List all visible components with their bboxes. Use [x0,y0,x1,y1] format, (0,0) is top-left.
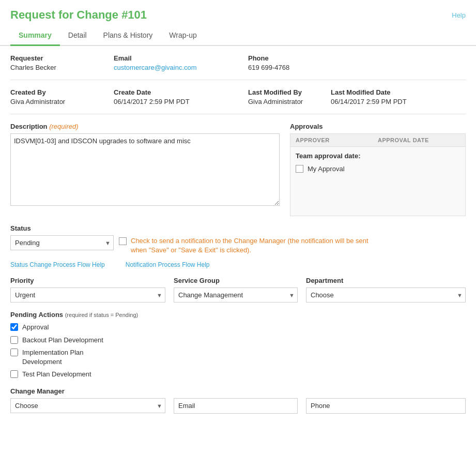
my-approval-checkbox[interactable] [296,165,303,173]
approval-date-col-header: APPROVAL DATE [378,137,460,143]
notification-wrapper: Check to send a notification to the Chan… [119,236,368,255]
pending-checkbox-3[interactable] [10,370,18,378]
created-by-cell: Created By Giva Administrator [10,88,114,105]
last-modified-date-cell: Last Modified Date 06/14/2017 2:59 PM PD… [331,88,466,105]
requester-cell: Requester Charles Becker [10,54,114,71]
change-manager-phone-group: Phone [306,398,466,414]
empty-cell [331,54,466,71]
flow-links: Status Change Process Flow Help Notifica… [10,261,466,268]
email-label: Email [114,54,242,62]
department-label: Department [306,277,466,284]
pending-actions: Pending Actions (required if status = Pe… [10,311,466,379]
description-textarea[interactable]: IDSVM[01-03] and IDSCON upgrades to soft… [10,133,280,206]
info-grid-row2: Created By Giva Administrator Create Dat… [10,88,466,105]
phone-cell: Phone 619 699-4768 [248,54,331,71]
requester-value: Charles Becker [10,64,108,71]
last-modified-by-value: Giva Administrator [248,98,325,105]
description-label: Description (required) [10,123,280,130]
team-approval-date-label: Team approval date: [296,152,460,160]
tab-bar: Summary Detail Plans & History Wrap-up [0,26,476,46]
notification-text: Check to send a notification to the Chan… [131,236,368,255]
approvals-section: Approvals APPROVER APPROVAL DATE Team ap… [290,123,466,216]
approvals-label: Approvals [290,123,466,130]
change-manager-choose-group: Choose ▼ [10,398,165,414]
tab-summary[interactable]: Summary [10,26,60,46]
status-label: Status [10,224,466,232]
approver-col-header: APPROVER [296,137,378,143]
pending-item-label-1: Backout Plan Development [22,336,103,345]
service-group-label: Service Group [174,277,298,284]
page-header: Request for Change #101 Help [0,0,476,22]
change-manager-phone: Phone [306,398,466,414]
priority-label: Priority [10,277,165,284]
service-group-select-wrapper: Change Management IT HR ▼ [174,287,298,302]
pending-item-label-0: Approval [22,323,49,332]
change-manager-fields: Choose ▼ Email Phone [10,398,466,414]
email-value: customercare@givainc.com [114,64,242,71]
tab-detail[interactable]: Detail [60,26,95,46]
last-modified-date-value: 06/14/2017 2:59 PM PDT [331,98,459,105]
divider1 [10,80,466,80]
pending-actions-note: (required if status = Pending) [65,312,139,318]
status-row: Pending Approved In Progress Completed C… [10,235,466,255]
service-group-group: Service Group Change Management IT HR ▼ [174,277,298,302]
status-select-wrapper: Pending Approved In Progress Completed C… [10,235,114,250]
info-grid-row1: Requester Charles Becker Email customerc… [10,54,466,71]
approvals-header: APPROVER APPROVAL DATE [290,134,465,147]
pending-actions-label: Pending Actions (required if status = Pe… [10,311,466,319]
last-modified-by-label: Last Modified By [248,88,325,96]
pending-item-1: Backout Plan Development [10,336,466,345]
change-manager-email-group: Email [174,398,298,414]
change-manager-select-wrapper: Choose ▼ [10,398,165,413]
last-modified-date-label: Last Modified Date [331,88,459,96]
page-title: Request for Change #101 [10,8,147,22]
email-cell: Email customercare@givainc.com [114,54,248,71]
tab-plans-history[interactable]: Plans & History [95,26,161,46]
change-manager-label: Change Manager [10,387,466,395]
change-manager-section: Change Manager Choose ▼ Email Phone [10,387,466,414]
pending-checkbox-1[interactable] [10,336,18,344]
phone-label: Phone [248,54,325,62]
description-required: (required) [49,123,78,130]
pending-item-label-3: Test Plan Development [22,370,91,379]
description-approvals-row: Description (required) IDSVM[01-03] and … [10,123,466,216]
approvals-box: APPROVER APPROVAL DATE Team approval dat… [290,133,466,216]
notification-checkbox[interactable] [119,237,127,245]
divider2 [10,114,466,114]
tab-wrapup[interactable]: Wrap-up [161,26,205,46]
main-content: Requester Charles Becker Email customerc… [0,46,476,422]
department-group: Department Choose Engineering Finance HR… [306,277,466,302]
status-select[interactable]: Pending Approved In Progress Completed C… [10,235,114,250]
status-section: Status Pending Approved In Progress Comp… [10,224,466,255]
help-link[interactable]: Help [452,11,466,19]
pending-item-0: Approval [10,323,466,332]
last-modified-by-cell: Last Modified By Giva Administrator [248,88,331,105]
phone-value: 619 699-4768 [248,64,325,71]
priority-service-dept-row: Priority Urgent High Medium Low ▼ Servic… [10,277,466,302]
my-approval-label: My Approval [308,165,345,173]
priority-group: Priority Urgent High Medium Low ▼ [10,277,165,302]
create-date-label: Create Date [114,88,242,96]
create-date-value: 06/14/2017 2:59 PM PDT [114,98,242,105]
pending-checkbox-2[interactable] [10,349,18,356]
status-change-flow-link[interactable]: Status Change Process Flow Help [10,261,105,268]
change-manager-select[interactable]: Choose [10,398,165,413]
requester-label: Requester [10,54,108,62]
description-section: Description (required) IDSVM[01-03] and … [10,123,280,216]
create-date-cell: Create Date 06/14/2017 2:59 PM PDT [114,88,248,105]
priority-select[interactable]: Urgent High Medium Low [10,287,165,302]
service-group-select[interactable]: Change Management IT HR [174,287,298,302]
department-select-wrapper: Choose Engineering Finance HR IT ▼ [306,287,466,302]
department-select[interactable]: Choose Engineering Finance HR IT [306,287,466,302]
change-manager-email: Email [174,398,298,414]
priority-select-wrapper: Urgent High Medium Low ▼ [10,287,165,302]
approvals-body: Team approval date: My Approval [290,147,465,178]
pending-item-label-2: Implementation PlanDevelopment [22,348,84,367]
pending-item-2: Implementation PlanDevelopment [10,348,466,367]
notification-flow-link[interactable]: Notification Process Flow Help [126,261,210,268]
pending-checkbox-0[interactable] [10,323,18,331]
created-by-label: Created By [10,88,108,96]
created-by-value: Giva Administrator [10,98,108,105]
my-approval-row: My Approval [296,165,460,173]
pending-item-3: Test Plan Development [10,370,466,379]
